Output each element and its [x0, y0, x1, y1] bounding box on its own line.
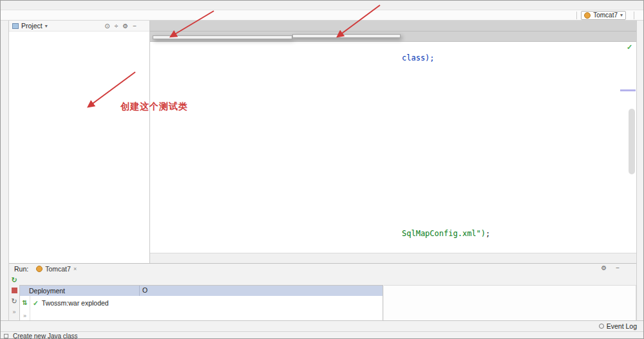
deploy-updown-icon[interactable]: ⇅: [21, 298, 29, 306]
deployment-header: Deployment O: [20, 286, 383, 296]
locate-icon[interactable]: ⊙: [104, 23, 109, 30]
project-panel-title: Project: [21, 22, 43, 30]
project-tree: [9, 32, 149, 34]
editor-bottom-band: [150, 253, 636, 263]
deployment-header-label: Deployment: [29, 287, 65, 295]
left-tool-strip: [1, 21, 9, 320]
project-panel-icon: [12, 23, 19, 29]
hide-panel-icon[interactable]: −: [616, 264, 620, 271]
chevron-down-icon: ▾: [620, 12, 623, 18]
run-config-tab[interactable]: Tomcat7 ×: [32, 264, 81, 274]
expand-icon[interactable]: »: [23, 313, 26, 319]
run-panel-toolbar: ↻ ↻ »: [9, 274, 19, 315]
stop-icon[interactable]: [12, 288, 17, 293]
menu-bar: [1, 1, 643, 10]
breadcrumb-bar: Tomcat7 ▾: [1, 10, 643, 21]
deployment-row[interactable]: ✓ Twossm:war exploded: [33, 299, 109, 307]
run-config-tab-label: Tomcat7: [45, 265, 71, 273]
code-line: SqlMapConfig.xml");: [402, 229, 490, 238]
ide-window: Tomcat7 ▾ Project ▾ ⊙ ÷ ⚙ − class);: [0, 0, 644, 339]
check-icon: ✓: [33, 299, 39, 307]
event-log-button[interactable]: Event Log: [599, 322, 643, 330]
run-panel-header: Run: Tomcat7 × ⚙ −: [9, 264, 636, 274]
editor-scrollbar[interactable]: [629, 109, 635, 174]
settings-gear-icon[interactable]: ⚙: [601, 264, 607, 271]
editor[interactable]: class); SqlMapConfig.xml"); ✓: [150, 42, 636, 253]
deployment-toolbar: ⇅ »: [20, 296, 30, 321]
project-panel: Project ▾ ⊙ ÷ ⚙ −: [9, 21, 150, 263]
editor-tab-bar-1: [150, 21, 636, 32]
run-config-value: Tomcat7: [593, 12, 618, 19]
toolbar: Tomcat7 ▾: [573, 11, 643, 20]
status-message: Create new Java class: [13, 333, 78, 339]
deployment-col2-label: O: [142, 286, 147, 294]
editor-zone: class); SqlMapConfig.xml"); ✓: [150, 21, 636, 263]
expand-icon[interactable]: »: [12, 309, 15, 315]
new-submenu: [292, 34, 401, 38]
tomcat-icon: [36, 266, 43, 272]
hide-panel-icon[interactable]: −: [133, 23, 137, 30]
scrollbar-mark: [620, 89, 636, 91]
context-menu: [153, 35, 292, 39]
tomcat-icon: [584, 12, 591, 19]
run-panel: Run: Tomcat7 × ⚙ − ↻ ↻ » Deployment O: [9, 263, 636, 320]
deployment-pane: Deployment O ⇅ » ✓ Twossm:war exploded: [19, 285, 383, 321]
run-label: Run:: [14, 265, 28, 273]
settings-gear-icon[interactable]: ⚙: [122, 23, 128, 30]
close-icon[interactable]: ×: [73, 266, 77, 272]
event-log-icon: [599, 324, 604, 329]
inspection-ok-icon: ✓: [627, 43, 632, 51]
deployment-item-label: Twossm:war exploded: [42, 299, 109, 307]
run-console: [384, 285, 636, 321]
status-bar: Create new Java class: [1, 331, 643, 339]
right-tool-strip: [636, 21, 644, 320]
hide-tool-windows-icon[interactable]: [4, 334, 8, 338]
collapse-all-icon[interactable]: ÷: [115, 23, 118, 30]
rerun-icon[interactable]: ↻: [10, 276, 18, 284]
project-panel-header: Project ▾ ⊙ ÷ ⚙ −: [9, 21, 149, 32]
chevron-down-icon[interactable]: ▾: [45, 23, 48, 29]
tool-window-bar: Event Log: [1, 320, 643, 331]
code-line: class);: [402, 53, 435, 62]
column-divider: [139, 286, 140, 296]
run-config-select[interactable]: Tomcat7 ▾: [581, 11, 626, 20]
toolbar-separator: [576, 12, 577, 19]
refresh-icon[interactable]: ↻: [10, 297, 18, 305]
event-log-label: Event Log: [607, 322, 637, 330]
toolbar-separator: [634, 12, 634, 19]
